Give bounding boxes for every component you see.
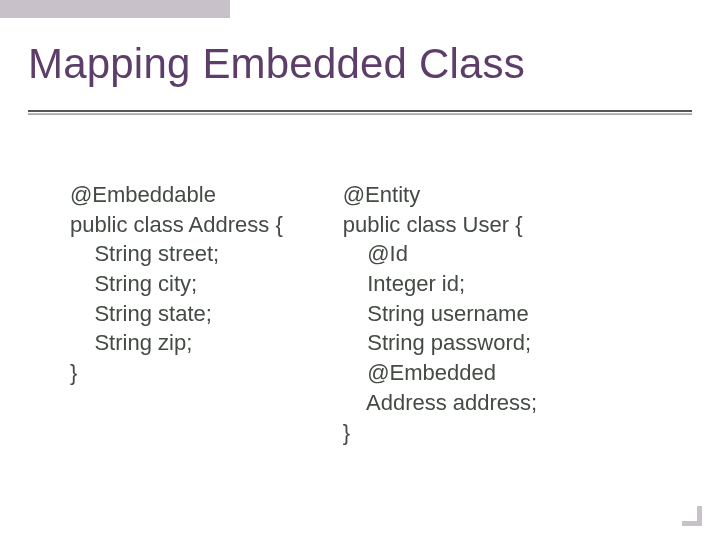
slide-title: Mapping Embedded Class bbox=[28, 40, 692, 88]
title-divider bbox=[28, 110, 692, 115]
corner-decoration bbox=[682, 506, 702, 526]
content-area: @Embeddable public class Address { Strin… bbox=[70, 180, 680, 447]
slide: Mapping Embedded Class @Embeddable publi… bbox=[0, 0, 720, 540]
code-block-entity: @Entity public class User { @Id Integer … bbox=[343, 180, 537, 447]
title-area: Mapping Embedded Class bbox=[28, 40, 692, 94]
top-accent-bar bbox=[0, 0, 230, 18]
code-block-embeddable: @Embeddable public class Address { Strin… bbox=[70, 180, 283, 447]
